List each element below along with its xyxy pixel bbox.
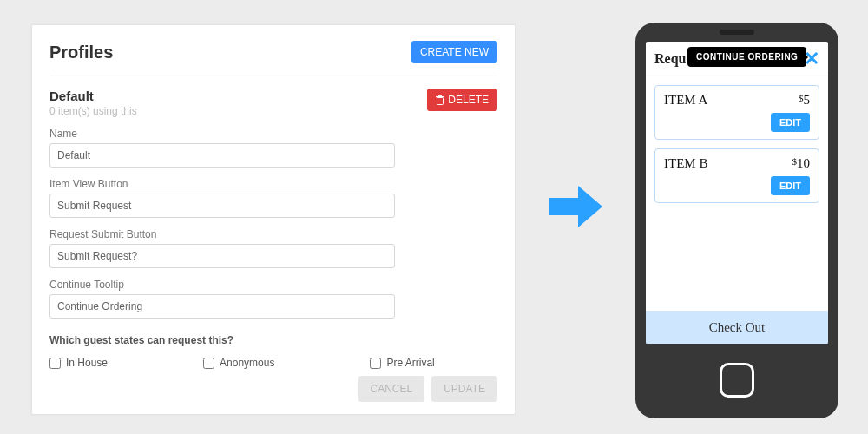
order-item-price: $5 [799,93,810,108]
continue-tooltip: CONTINUE ORDERING [687,47,806,67]
update-button[interactable]: UPDATE [431,376,497,402]
section-title-block: Default 0 item(s) using this [49,89,137,117]
checkbox-pre-arrival-input[interactable] [370,358,381,369]
checkbox-in-house[interactable]: In House [49,357,108,369]
edit-button[interactable]: EDIT [771,176,810,195]
section-title: Default [49,89,137,103]
tooltip-input[interactable] [49,294,395,319]
phone-screen: Reque CONTINUE ORDERING ✕ ITEM A $5 EDIT… [646,42,828,344]
delete-button-label: DELETE [448,94,489,106]
guest-options-row: In House Anonymous Pre Arrival [49,357,497,369]
phone-mock: Reque CONTINUE ORDERING ✕ ITEM A $5 EDIT… [635,23,838,418]
submit-label: Request Submit Button [49,228,497,240]
page-title: Profiles [49,43,113,62]
footer-buttons: CANCEL UPDATE [358,376,497,402]
name-input[interactable] [49,143,395,168]
section-sub: 0 item(s) using this [49,105,137,117]
svg-rect-0 [437,97,444,104]
field-tooltip: Continue Tooltip [49,279,497,319]
checkbox-pre-arrival-label: Pre Arrival [386,357,434,369]
edit-button[interactable]: EDIT [771,113,810,132]
svg-rect-2 [438,95,442,97]
panel-header: Profiles CREATE NEW [49,41,497,76]
checkbox-in-house-input[interactable] [49,358,61,369]
order-item-name: ITEM A [664,93,707,108]
cancel-button[interactable]: CANCEL [358,376,425,402]
phone-speaker [720,30,754,35]
item-view-input[interactable] [49,194,395,218]
checkbox-anonymous-input[interactable] [203,358,214,369]
phone-body: ITEM A $5 EDIT ITEM B $10 EDIT [646,76,828,311]
item-view-label: Item View Button [49,178,497,190]
checkout-button[interactable]: Check Out [646,311,828,344]
order-item-name: ITEM B [664,156,707,171]
guest-question: Which guest states can request this? [49,334,497,346]
arrow-icon [549,186,602,227]
delete-button[interactable]: DELETE [427,89,497,111]
phone-header: Reque CONTINUE ORDERING ✕ [646,42,828,76]
order-card: ITEM B $10 EDIT [654,148,819,203]
order-card: ITEM A $5 EDIT [654,85,819,140]
checkbox-in-house-label: In House [66,357,108,369]
field-name: Name [49,128,497,168]
checkbox-anonymous-label: Anonymous [220,357,274,369]
trash-icon [436,95,444,105]
checkbox-anonymous[interactable]: Anonymous [203,357,274,369]
section-header: Default 0 item(s) using this DELETE [49,89,497,117]
profiles-panel: Profiles CREATE NEW Default 0 item(s) us… [31,24,516,415]
name-label: Name [49,128,497,140]
tooltip-label: Continue Tooltip [49,279,497,291]
svg-marker-3 [549,186,602,227]
home-button[interactable] [720,363,754,398]
create-new-button[interactable]: CREATE NEW [411,41,497,63]
field-item-view: Item View Button [49,178,497,218]
order-item-price: $10 [792,156,811,171]
field-submit: Request Submit Button [49,228,497,268]
checkbox-pre-arrival[interactable]: Pre Arrival [370,357,434,369]
submit-input[interactable] [49,244,395,268]
